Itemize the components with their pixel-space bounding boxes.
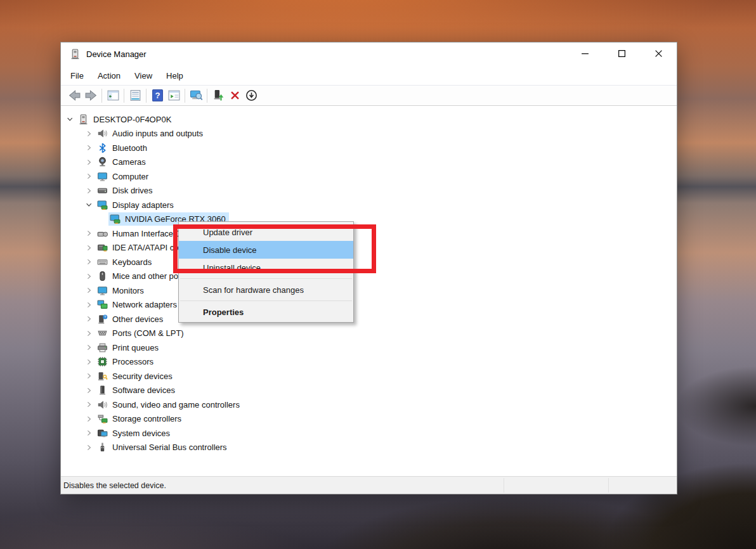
tree-item-label: Audio inputs and outputs [112,129,203,138]
display-adapter-icon [97,200,108,210]
show-action-pane-button[interactable] [166,87,182,104]
menu-action[interactable]: Action [91,67,127,85]
update-driver-icon [212,89,225,102]
tree-item-processors[interactable]: Processors [61,355,677,370]
tree-item-human-interface-devices[interactable]: Human Interface Devices [61,226,677,241]
chevron-right-icon[interactable] [85,244,93,252]
context-menu-item-scan-for-hardware-changes[interactable]: Scan for hardware changes [179,281,353,299]
status-text: Disables the selected device. [63,481,166,490]
update-driver-button[interactable] [210,87,226,104]
menu-view[interactable]: View [127,67,159,85]
tree-item-mice-and-other-pointing-devices[interactable]: Mice and other pointing devices [61,269,677,284]
chevron-down-icon[interactable] [85,201,93,209]
tree-item-label: Display adapters [112,200,174,210]
context-menu-item-properties[interactable]: Properties [179,303,353,321]
usb-icon [97,442,108,453]
disable-device-button[interactable] [243,87,259,104]
tree-item-label: Storage controllers [112,414,181,423]
chevron-right-icon[interactable] [85,358,93,366]
toolbar-separator [185,89,185,103]
keyboard-icon [97,257,108,268]
forward-button[interactable] [82,87,99,104]
tree-item-audio-inputs-and-outputs[interactable]: Audio inputs and outputs [61,127,677,141]
tree-item-computer[interactable]: Computer [61,169,677,184]
tree-item-desktop-0f4op0k[interactable]: DESKTOP-0F4OP0K [61,112,677,127]
tree-item-bluetooth[interactable]: Bluetooth [61,141,677,155]
forward-icon [84,89,98,102]
disable-device-icon [245,89,258,102]
tree-item-label: Bluetooth [112,143,147,153]
network-icon [97,299,108,310]
chevron-right-icon[interactable] [85,273,93,280]
menu-file[interactable]: File [63,67,91,85]
chevron-right-icon[interactable] [85,130,93,138]
chevron-right-icon[interactable] [85,415,93,423]
close-button[interactable] [640,42,677,66]
window-controls [566,42,677,66]
context-menu-item-update-driver[interactable]: Update driver [179,223,353,241]
chevron-right-icon[interactable] [85,158,93,166]
show-console-tree-button[interactable] [105,87,121,104]
context-menu-item-uninstall-device[interactable]: Uninstall device [179,259,353,276]
tree-item-label: Universal Serial Bus controllers [112,442,227,452]
chevron-right-icon[interactable] [85,301,93,309]
scan-hardware-button[interactable] [188,87,204,104]
tree-item-ide-ata-atapi-controllers[interactable]: IDE ATA/ATAPI controllers [61,241,677,255]
monitor-icon [97,171,108,182]
chevron-right-icon[interactable] [85,330,93,337]
window-title: Device Manager [86,49,147,59]
toolbar-separator [101,89,102,103]
chevron-right-icon[interactable] [85,287,93,294]
tree-item-sound-video-and-game-controllers[interactable]: Sound, video and game controllers [61,397,677,412]
chevron-right-icon[interactable] [85,444,93,451]
context-menu: Update driverDisable deviceUninstall dev… [178,221,354,323]
chevron-right-icon[interactable] [85,144,93,152]
tree-item-nvidia-geforce-rtx-3060[interactable]: NVIDIA GeForce RTX 3060 [61,212,677,227]
unknown-device-icon: ? [97,314,108,325]
help-button[interactable]: ? [149,87,166,104]
chevron-right-icon[interactable] [85,387,93,394]
tree-item-software-devices[interactable]: Software devices [61,384,677,398]
tree-item-disk-drives[interactable]: Disk drives [61,184,677,198]
tree-item-label: Other devices [112,314,163,324]
tree-item-storage-controllers[interactable]: Storage controllers [61,412,677,427]
chevron-right-icon[interactable] [85,187,93,195]
speaker-icon [97,128,108,139]
maximize-icon [618,49,626,60]
tree-item-label: Print queues [112,343,159,352]
tree-item-security-devices[interactable]: Security devices [61,369,677,384]
tree-item-keyboards[interactable]: Keyboards [61,255,677,269]
tree-item-print-queues[interactable]: Print queues [61,340,677,355]
context-menu-item-disable-device[interactable]: Disable device [179,241,353,259]
chevron-right-icon[interactable] [85,401,93,408]
close-icon [655,49,663,60]
tree-item-other-devices[interactable]: ?Other devices [61,312,677,326]
software-icon [97,385,108,396]
uninstall-device-button[interactable] [226,87,243,104]
tree-item-ports-com-lpt[interactable]: Ports (COM & LPT) [61,326,677,341]
chevron-down-icon[interactable] [66,115,74,123]
chevron-right-icon[interactable] [85,315,93,323]
chevron-right-icon[interactable] [85,258,93,266]
tree-item-system-devices[interactable]: System devices [61,426,677,441]
chevron-right-icon[interactable] [85,372,93,380]
ports-icon [97,328,108,339]
tree-item-universal-serial-bus-controllers[interactable]: Universal Serial Bus controllers [61,441,677,455]
chevron-right-icon[interactable] [85,172,93,180]
maximize-button[interactable] [603,42,640,66]
disk-icon [97,185,108,196]
chevron-right-icon[interactable] [85,229,93,237]
processor-icon [97,356,108,367]
camera-icon [97,157,108,167]
tree-item-display-adapters[interactable]: Display adapters [61,198,677,212]
tree-item-cameras[interactable]: Cameras [61,155,677,170]
properties-window-button[interactable] [127,87,143,104]
back-button[interactable] [66,87,82,104]
tree-item-monitors[interactable]: Monitors [61,283,677,298]
tree-item-network-adapters[interactable]: Network adapters [61,298,677,313]
chevron-right-icon[interactable] [85,344,93,351]
chevron-right-icon[interactable] [85,429,93,437]
menu-help[interactable]: Help [159,67,190,85]
minimize-button[interactable] [566,42,603,66]
device-manager-window: Device Manager FileActionViewHelp ? DESK… [60,42,677,494]
